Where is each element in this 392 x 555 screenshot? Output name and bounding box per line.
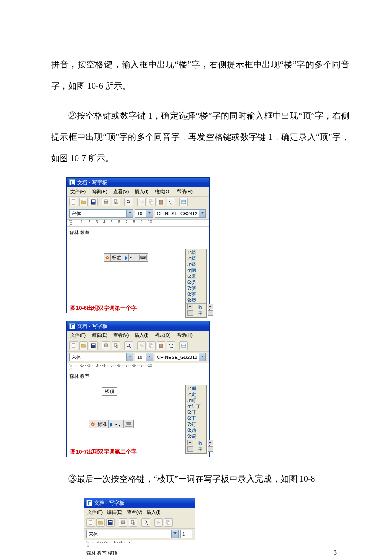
paste-icon[interactable] bbox=[157, 198, 165, 206]
preview-icon[interactable] bbox=[112, 341, 120, 350]
undo-icon[interactable] bbox=[167, 341, 175, 350]
copy-icon[interactable] bbox=[147, 198, 156, 206]
find-icon[interactable] bbox=[141, 518, 150, 527]
font-select[interactable]: 宋体 bbox=[69, 353, 133, 361]
fontsize-select[interactable]: 1 bbox=[180, 530, 192, 538]
page-down-icon[interactable] bbox=[187, 310, 193, 316]
menu-view[interactable]: 查看(V) bbox=[113, 332, 129, 338]
cut-icon[interactable]: ✂ bbox=[137, 341, 146, 350]
page-down-icon[interactable] bbox=[187, 446, 193, 452]
open-icon[interactable] bbox=[79, 341, 88, 350]
menu-bar[interactable]: 文件(F) 编辑(E) 查看(V) 插入(I) bbox=[84, 508, 195, 517]
ime-status-bar[interactable]: ✿ 标准 ◗ •， ⌨ bbox=[89, 420, 134, 428]
candidate-item[interactable]: 6:娄 bbox=[186, 279, 206, 285]
editor-body[interactable]: 森林 教室 楼顶 ✿ 标准 ◗ •， ⌨ bbox=[84, 547, 195, 555]
candidate-list[interactable]: 1:顶 2:定 3:町 4:讠丁 5:叮 6:丁 7:钉 8:鼎 9:锭 数字 bbox=[185, 385, 207, 454]
candidate-item[interactable]: 1:楼 bbox=[186, 249, 206, 255]
page-up-icon[interactable] bbox=[187, 440, 193, 445]
copy-icon[interactable] bbox=[147, 341, 156, 350]
menu-file[interactable]: 文件(F) bbox=[70, 332, 86, 338]
chevron-down-icon[interactable] bbox=[199, 210, 205, 217]
ime-punct-icon[interactable]: •， bbox=[114, 420, 124, 428]
candidate-item[interactable]: 3:镂 bbox=[186, 261, 206, 267]
candidate-item[interactable]: 7:篓 bbox=[186, 285, 206, 291]
page-up-icon[interactable] bbox=[208, 440, 213, 445]
menu-edit[interactable]: 编辑(E) bbox=[92, 332, 107, 338]
menu-help[interactable]: 帮助(H) bbox=[177, 332, 193, 338]
charset-select[interactable]: CHINESE_GB2312 bbox=[155, 209, 206, 218]
save-icon[interactable] bbox=[106, 518, 115, 527]
menu-bar[interactable]: 文件(F) 编辑(E) 查看(V) 插入(I) 格式(O) 帮助(H) bbox=[67, 331, 209, 340]
font-select[interactable]: 宋体 bbox=[69, 209, 133, 218]
menu-view[interactable]: 查看(V) bbox=[127, 509, 143, 515]
candidate-item[interactable]: 9:锭 bbox=[186, 433, 206, 439]
menu-insert[interactable]: 插入(I) bbox=[135, 332, 148, 338]
page-up-icon[interactable] bbox=[208, 304, 213, 309]
new-icon[interactable] bbox=[86, 518, 95, 527]
menu-format[interactable]: 格式(O) bbox=[155, 332, 171, 338]
paste-icon[interactable] bbox=[157, 341, 165, 350]
ime-logo-icon[interactable]: ✿ bbox=[104, 254, 111, 261]
editor-body[interactable]: 森林 教室 ✿ 标准 ◗ •， ⌨ 1:楼 2:搂 3:镂 4:陋 5:露 6:… bbox=[67, 227, 209, 313]
candidate-item[interactable]: 2:定 bbox=[186, 391, 206, 397]
fontsize-select[interactable]: 10 bbox=[135, 353, 153, 361]
preview-icon[interactable] bbox=[129, 518, 137, 527]
menu-bar[interactable]: 文件(F) 编辑(E) 查看(V) 插入(I) 格式(O) 帮助(H) bbox=[67, 187, 209, 197]
ime-mode-label[interactable]: 标准 bbox=[96, 420, 109, 428]
ime-shape-icon[interactable]: ◗ bbox=[123, 254, 129, 261]
candidate-item[interactable]: 5:露 bbox=[186, 273, 206, 279]
menu-insert[interactable]: 插入(I) bbox=[135, 188, 148, 195]
menu-insert[interactable]: 插入(I) bbox=[147, 509, 160, 515]
candidate-item[interactable]: 1:顶 bbox=[186, 385, 206, 391]
charset-select[interactable]: CHINESE_GB2312 bbox=[155, 353, 206, 361]
print-icon[interactable] bbox=[102, 341, 110, 350]
page-down-icon[interactable] bbox=[208, 310, 213, 316]
menu-file[interactable]: 文件(F) bbox=[87, 509, 103, 515]
chevron-down-icon[interactable] bbox=[171, 530, 178, 538]
cut-icon[interactable]: ✂ bbox=[154, 518, 163, 527]
chevron-down-icon[interactable] bbox=[146, 353, 153, 361]
candidate-item[interactable]: 8:蒌 bbox=[186, 291, 206, 297]
candidate-item[interactable]: 4:讠丁 bbox=[186, 403, 206, 409]
chevron-down-icon[interactable] bbox=[126, 210, 133, 217]
datetime-icon[interactable] bbox=[179, 341, 188, 350]
candidate-list[interactable]: 1:楼 2:搂 3:镂 4:陋 5:露 6:娄 7:篓 8:蒌 9:瘘 数字 bbox=[185, 249, 207, 318]
fontsize-select[interactable]: 10 bbox=[135, 209, 153, 218]
candidate-item[interactable]: 4:陋 bbox=[186, 267, 206, 273]
ime-softkb-icon[interactable]: ⌨ bbox=[124, 420, 133, 428]
open-icon[interactable] bbox=[96, 518, 105, 527]
ime-status-bar[interactable]: ✿ 标准 ◗ •， ⌨ bbox=[104, 253, 148, 262]
new-icon[interactable] bbox=[69, 341, 78, 350]
preview-icon[interactable] bbox=[112, 198, 120, 206]
page-down-icon[interactable] bbox=[208, 446, 213, 452]
candidate-item[interactable]: 8:鼎 bbox=[186, 427, 206, 433]
candidate-item[interactable]: 3:町 bbox=[186, 397, 206, 403]
datetime-icon[interactable] bbox=[179, 198, 188, 206]
candidate-item[interactable]: 7:钉 bbox=[186, 421, 206, 427]
ime-mode-label[interactable]: 标准 bbox=[111, 254, 123, 261]
menu-file[interactable]: 文件(F) bbox=[70, 188, 86, 195]
cut-icon[interactable]: ✂ bbox=[137, 198, 146, 206]
chevron-down-icon[interactable] bbox=[146, 210, 153, 217]
candidate-item[interactable]: 6:丁 bbox=[186, 415, 206, 421]
print-icon[interactable] bbox=[119, 518, 127, 527]
menu-format[interactable]: 格式(O) bbox=[155, 188, 171, 195]
new-icon[interactable] bbox=[69, 198, 78, 206]
candidate-item[interactable]: 9:瘘 bbox=[186, 297, 206, 303]
find-icon[interactable] bbox=[124, 341, 133, 350]
save-icon[interactable] bbox=[89, 198, 98, 206]
ime-logo-icon[interactable]: ✿ bbox=[89, 420, 96, 428]
menu-edit[interactable]: 编辑(E) bbox=[92, 188, 107, 195]
print-icon[interactable] bbox=[102, 198, 110, 206]
copy-icon[interactable] bbox=[164, 518, 173, 527]
ime-softkb-icon[interactable]: ⌨ bbox=[138, 254, 148, 261]
open-icon[interactable] bbox=[79, 198, 88, 206]
chevron-down-icon[interactable] bbox=[126, 353, 133, 361]
menu-edit[interactable]: 编辑(E) bbox=[107, 509, 123, 515]
chevron-down-icon[interactable] bbox=[199, 353, 205, 361]
candidate-item[interactable]: 2:搂 bbox=[186, 255, 206, 261]
page-up-icon[interactable] bbox=[187, 304, 193, 309]
candidate-item[interactable]: 5:叮 bbox=[186, 409, 206, 415]
ime-shape-icon[interactable]: ◗ bbox=[109, 420, 114, 428]
menu-help[interactable]: 帮助(H) bbox=[177, 188, 193, 195]
